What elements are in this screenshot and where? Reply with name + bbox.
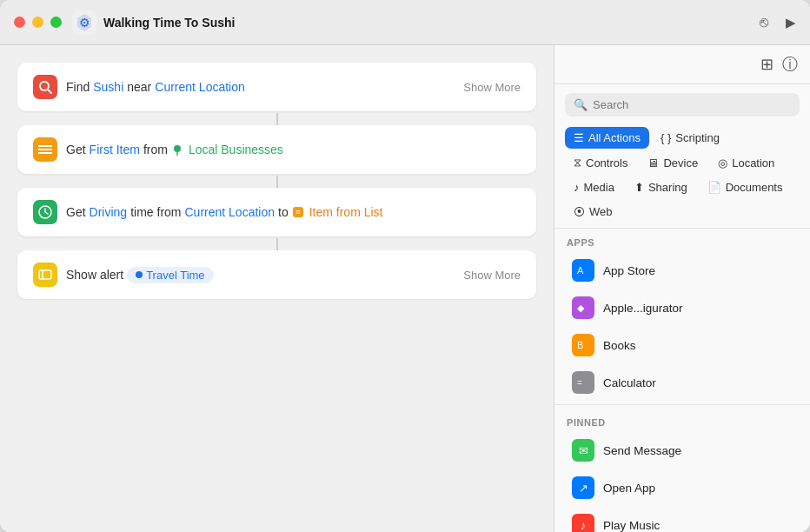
play-music-icon: ♪ [572, 514, 594, 532]
apple-configurator-icon: ◆ [572, 296, 594, 319]
connector-3 [276, 238, 278, 250]
device-icon: 🖥 [647, 156, 659, 170]
books-icon: B [572, 334, 594, 356]
connector-1 [276, 113, 278, 125]
action-show-alert[interactable]: Show alert Travel Time Show More [17, 250, 536, 299]
svg-line-10 [45, 212, 48, 214]
category-controls[interactable]: ⧖ Controls [565, 151, 636, 174]
list-item-books[interactable]: B Books [560, 327, 805, 363]
documents-icon: 📄 [707, 181, 721, 194]
action-get-first-item[interactable]: Get First Item from Local Businesses [17, 125, 536, 174]
svg-point-7 [174, 145, 181, 152]
category-sharing[interactable]: ⬆ Sharing [626, 176, 696, 198]
play-music-label: Play Music [603, 519, 660, 532]
find-icon [33, 75, 57, 99]
sharing-icon: ⬆ [634, 181, 644, 194]
right-scroll-area: Apps A App Store ◆ Apple...igurator B [554, 229, 810, 532]
main-content: Find Sushi near Current Location Show Mo… [0, 45, 810, 532]
search-input[interactable] [593, 98, 791, 111]
close-button[interactable] [14, 17, 25, 28]
action-get-driving[interactable]: Get Driving time from Current Location t… [17, 188, 536, 236]
svg-text:⚙: ⚙ [79, 16, 90, 30]
media-label: Media [584, 181, 614, 194]
titlebar-actions: ⎋ ▶ [760, 14, 796, 31]
get-item-text: Get First Item from Local Businesses [66, 143, 283, 156]
scripting-icon: { } [661, 131, 671, 144]
sharing-label: Sharing [648, 181, 687, 194]
category-web[interactable]: ⦿ Web [565, 201, 621, 223]
list-icon [33, 137, 57, 162]
list-item-send-message[interactable]: ✉ Send Message [560, 432, 805, 469]
open-app-icon: ↗ [572, 476, 594, 499]
window-title: Walking Time To Sushi [103, 16, 235, 30]
play-button[interactable]: ▶ [786, 15, 796, 30]
share-button[interactable]: ⎋ [760, 14, 768, 31]
all-actions-icon: ☰ [574, 131, 584, 144]
send-message-icon: ✉ [572, 439, 594, 462]
find-sushi-text: Find Sushi near Current Location [66, 80, 245, 94]
left-panel: Find Sushi near Current Location Show Mo… [0, 45, 554, 532]
appstore-label: App Store [603, 264, 655, 277]
search-icon: 🔍 [574, 98, 588, 111]
web-icon: ⦿ [574, 205, 585, 218]
gallery-button[interactable]: ⊞ [760, 55, 773, 74]
category-media[interactable]: ♪ Media [565, 176, 623, 198]
category-documents[interactable]: 📄 Documents [699, 176, 792, 198]
info-button[interactable]: ⓘ [782, 54, 798, 75]
controls-icon: ⧖ [574, 156, 581, 170]
right-panel: ⊞ ⓘ 🔍 ☰ All Actions { } Scripting ⧖ [554, 45, 810, 532]
calculator-icon: = [572, 371, 594, 394]
app-icon: ⚙ [72, 10, 96, 35]
show-alert-text: Show alert Travel Time [66, 267, 214, 283]
connector-2 [276, 176, 278, 188]
apps-section-label: Apps [554, 229, 810, 251]
action-find-sushi[interactable]: Find Sushi near Current Location Show Mo… [17, 63, 536, 111]
documents-label: Documents [726, 181, 783, 194]
minimize-button[interactable] [32, 17, 43, 28]
svg-text:≡: ≡ [295, 208, 300, 216]
search-bar: 🔍 [565, 93, 800, 116]
category-scripting[interactable]: { } Scripting [652, 127, 728, 149]
list-item-play-music[interactable]: ♪ Play Music [560, 507, 805, 532]
svg-rect-13 [39, 270, 51, 279]
svg-text:=: = [577, 378, 582, 388]
list-item-apple-configurator[interactable]: ◆ Apple...igurator [560, 289, 805, 326]
scripting-label: Scripting [675, 131, 720, 144]
all-actions-label: All Actions [588, 131, 641, 144]
category-device[interactable]: 🖥 Device [639, 151, 707, 174]
list-item-calculator[interactable]: = Calculator [560, 364, 805, 401]
titlebar: ⚙ Walking Time To Sushi ⎋ ▶ [0, 0, 810, 45]
category-location[interactable]: ◎ Location [709, 151, 783, 174]
right-header: ⊞ ⓘ [554, 45, 810, 84]
location-icon: ◎ [718, 156, 727, 170]
fullscreen-button[interactable] [50, 17, 62, 28]
category-all-actions[interactable]: ☰ All Actions [565, 127, 649, 149]
device-label: Device [663, 156, 698, 170]
location-label: Location [732, 156, 774, 170]
get-driving-text: Get Driving time from Current Location t… [66, 205, 383, 219]
traffic-lights [14, 17, 62, 28]
clock-icon [33, 200, 57, 224]
categories-row: ☰ All Actions { } Scripting ⧖ Controls 🖥… [554, 122, 810, 229]
alert-icon [33, 263, 57, 287]
alert-show-more[interactable]: Show More [463, 269, 521, 282]
books-label: Books [603, 339, 636, 352]
find-show-more[interactable]: Show More [463, 81, 521, 94]
travel-time-badge: Travel Time [127, 267, 213, 283]
calculator-label: Calculator [603, 376, 656, 389]
app-window: ⚙ Walking Time To Sushi ⎋ ▶ Find Sushi n… [0, 0, 810, 532]
svg-text:B: B [577, 340, 583, 350]
web-label: Web [589, 205, 613, 218]
send-message-label: Send Message [603, 444, 681, 457]
divider-1 [554, 404, 810, 405]
list-item-appstore[interactable]: A App Store [560, 252, 805, 289]
open-app-label: Open App [603, 482, 655, 495]
appstore-icon: A [572, 259, 594, 282]
list-item-open-app[interactable]: ↗ Open App [560, 469, 805, 506]
apple-configurator-label: Apple...igurator [603, 302, 683, 315]
svg-text:A: A [577, 265, 584, 276]
svg-line-3 [48, 90, 51, 93]
pinned-section-label: Pinned [554, 409, 810, 431]
svg-text:◆: ◆ [577, 303, 585, 313]
controls-label: Controls [586, 156, 627, 170]
